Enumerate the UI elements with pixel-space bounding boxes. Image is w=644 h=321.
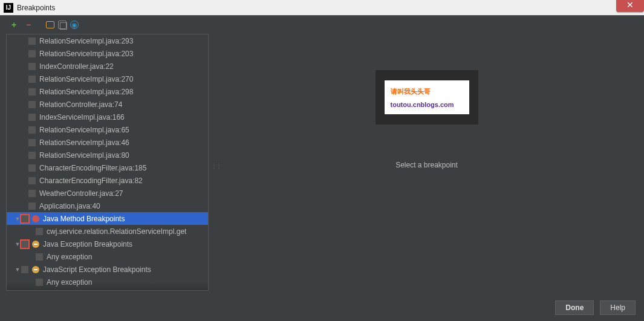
checkbox[interactable] <box>28 50 36 57</box>
checkbox[interactable] <box>28 37 36 45</box>
checkbox[interactable] <box>28 164 36 172</box>
breakpoint-label: RelationServiceImpl.java:298 <box>39 88 133 96</box>
close-button[interactable]: ✕ <box>616 0 644 12</box>
splitter[interactable]: ⋮⋮ <box>209 34 215 291</box>
breakpoint-item[interactable]: RelationServiceImpl.java:293 <box>7 34 208 47</box>
breakpoint-item[interactable]: RelationServiceImpl.java:203 <box>7 47 208 60</box>
breakpoint-item[interactable]: IndexServiceImpl.java:166 <box>7 111 208 123</box>
breakpoint-label: RelationServiceImpl.java:65 <box>39 126 129 134</box>
checkbox[interactable] <box>21 215 28 222</box>
breakpoint-item[interactable]: CharacterEncodingFilter.java:185 <box>7 161 208 174</box>
checkbox[interactable] <box>21 241 28 248</box>
dialog-body: + − ◉ RelationServiceImpl.java:293 Relat… <box>0 16 644 321</box>
checkbox[interactable] <box>28 139 36 146</box>
help-button[interactable]: Help <box>600 300 636 315</box>
preview-text-1: 请叫我头头哥 <box>391 87 469 96</box>
remove-breakpoint-button[interactable]: − <box>23 19 34 30</box>
breakpoint-item[interactable]: CharacterEncodingFilter.java:82 <box>7 174 208 187</box>
group-by-button[interactable] <box>46 21 54 28</box>
breakpoint-item[interactable]: Any exception <box>7 250 208 263</box>
exception-breakpoint-icon <box>32 241 39 248</box>
breakpoint-label: WeatherController.java:27 <box>39 189 123 198</box>
breakpoint-label: Application.java:40 <box>39 202 100 210</box>
checkbox[interactable] <box>28 114 36 121</box>
breakpoint-label: RelationServiceImpl.java:80 <box>39 151 129 160</box>
detail-message: Select a breakpoint <box>395 161 458 169</box>
checkbox[interactable] <box>28 101 36 108</box>
expand-arrow-icon[interactable]: ▼ <box>14 267 21 273</box>
view-options-button[interactable]: ◉ <box>70 21 79 29</box>
group-label: Java Method Breakpoints <box>43 215 125 223</box>
checkbox[interactable] <box>36 279 43 286</box>
breakpoint-item[interactable]: cwj.service.relation.RelationServiceImpl… <box>7 225 208 238</box>
copy-button[interactable] <box>58 21 67 29</box>
breakpoint-tree-panel: RelationServiceImpl.java:293 RelationSer… <box>6 34 209 291</box>
exception-breakpoint-icon <box>32 266 39 273</box>
breakpoint-label: Any exception <box>47 278 92 287</box>
checkbox[interactable] <box>28 63 36 70</box>
preview-box: 请叫我头头哥 toutou.cnblogs.com <box>376 70 478 125</box>
app-icon: IJ <box>4 3 13 13</box>
checkbox[interactable] <box>28 152 36 159</box>
group-label: Java Exception Breakpoints <box>43 240 132 248</box>
breakpoint-label: cwj.service.relation.RelationServiceImpl… <box>47 227 186 236</box>
breakpoint-item[interactable]: Application.java:40 <box>7 199 208 212</box>
breakpoint-label: RelationController.java:74 <box>39 100 122 109</box>
toolbar: + − ◉ <box>0 16 644 34</box>
checkbox[interactable] <box>28 177 36 184</box>
footer: Done Help <box>555 300 636 315</box>
breakpoint-label: RelationServiceImpl.java:46 <box>39 138 129 147</box>
done-button[interactable]: Done <box>555 300 594 315</box>
checkbox[interactable] <box>36 253 43 261</box>
close-icon: ✕ <box>626 0 634 10</box>
checkbox[interactable] <box>28 76 36 83</box>
checkbox[interactable] <box>21 266 28 273</box>
breakpoint-item[interactable]: RelationServiceImpl.java:298 <box>7 85 208 98</box>
method-breakpoint-icon <box>32 215 39 222</box>
breakpoint-label: CharacterEncodingFilter.java:185 <box>39 164 146 172</box>
breakpoint-label: IndexServiceImpl.java:166 <box>39 113 125 122</box>
breakpoint-item[interactable]: RelationServiceImpl.java:46 <box>7 136 208 149</box>
breakpoint-item[interactable]: RelationServiceImpl.java:65 <box>7 123 208 136</box>
checkbox[interactable] <box>28 126 36 134</box>
breakpoint-label: RelationServiceImpl.java:270 <box>39 75 133 83</box>
group-label: JavaScript Exception Breakpoints <box>43 265 151 274</box>
checkbox[interactable] <box>28 203 36 210</box>
window-title: Breakpoints <box>17 4 55 12</box>
group-js-exception[interactable]: ▼ JavaScript Exception Breakpoints <box>7 263 208 276</box>
checkbox[interactable] <box>28 88 36 96</box>
breakpoint-label: IndexController.java:22 <box>39 62 114 71</box>
breakpoint-label: RelationServiceImpl.java:203 <box>39 50 133 58</box>
checkbox[interactable] <box>36 228 43 235</box>
checkbox[interactable] <box>28 190 36 197</box>
expand-arrow-icon[interactable]: ▼ <box>14 216 21 222</box>
breakpoint-label: CharacterEncodingFilter.java:82 <box>39 177 143 185</box>
group-java-method[interactable]: ▼ Java Method Breakpoints <box>7 212 208 225</box>
breakpoint-item[interactable]: RelationServiceImpl.java:80 <box>7 149 208 161</box>
titlebar[interactable]: IJ Breakpoints ✕ <box>0 0 644 16</box>
breakpoint-item[interactable]: RelationController.java:74 <box>7 98 208 111</box>
expand-arrow-icon[interactable]: ▼ <box>14 241 21 247</box>
detail-panel: 请叫我头头哥 toutou.cnblogs.com Select a break… <box>215 34 638 291</box>
add-breakpoint-button[interactable]: + <box>8 19 19 30</box>
breakpoint-item[interactable]: Any exception <box>7 276 208 288</box>
breakpoint-tree[interactable]: RelationServiceImpl.java:293 RelationSer… <box>7 34 208 290</box>
breakpoint-label: RelationServiceImpl.java:293 <box>39 37 133 45</box>
breakpoint-label: Any exception <box>47 253 92 261</box>
preview-text-2: toutou.cnblogs.com <box>391 101 469 108</box>
breakpoint-item[interactable]: WeatherController.java:27 <box>7 187 208 199</box>
group-java-exception[interactable]: ▼ Java Exception Breakpoints <box>7 238 208 250</box>
breakpoint-item[interactable]: IndexController.java:22 <box>7 60 208 73</box>
breakpoint-item[interactable]: RelationServiceImpl.java:270 <box>7 73 208 85</box>
preview-inner: 请叫我头头哥 toutou.cnblogs.com <box>385 80 469 114</box>
